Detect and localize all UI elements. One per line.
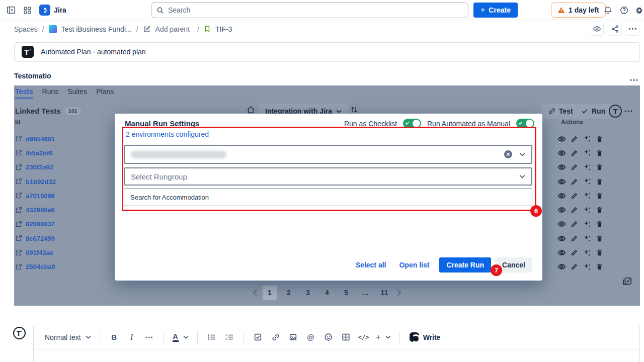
- task-list-button[interactable]: [253, 331, 264, 344]
- ai-sparkles-icon[interactable]: [583, 220, 591, 228]
- run-button[interactable]: Run: [575, 104, 611, 119]
- breadcrumb-project[interactable]: Test iBusiness Fundi...: [61, 25, 132, 33]
- open-list-link[interactable]: Open list: [399, 261, 429, 269]
- environment-select[interactable]: [124, 145, 532, 164]
- breadcrumb-spaces[interactable]: Spaces: [14, 25, 38, 33]
- view-eye-icon[interactable]: [557, 206, 566, 214]
- delete-trash-icon[interactable]: [595, 248, 604, 257]
- bold-button[interactable]: B: [109, 331, 120, 344]
- more-actions-icon[interactable]: ⋯: [626, 22, 640, 36]
- clear-selection-icon[interactable]: [504, 150, 512, 158]
- edit-pencil-icon[interactable]: [570, 177, 579, 186]
- numbered-list-button[interactable]: 12: [224, 331, 235, 344]
- edit-pencil-icon[interactable]: [570, 220, 579, 228]
- breadcrumb-add-parent[interactable]: Add parent: [155, 25, 190, 33]
- view-eye-icon[interactable]: [557, 220, 566, 228]
- test-id-link[interactable]: fb5a2bf6: [15, 149, 52, 157]
- text-color-dropdown[interactable]: A: [173, 333, 189, 342]
- delete-trash-icon[interactable]: [595, 262, 604, 271]
- ai-write-button[interactable]: Write: [410, 332, 441, 342]
- home-icon[interactable]: [247, 106, 255, 114]
- emoji-button[interactable]: [323, 331, 334, 344]
- view-eye-icon[interactable]: [557, 177, 566, 186]
- environments-configured-link[interactable]: 2 environments configured: [126, 130, 209, 138]
- edit-pencil-icon[interactable]: [570, 206, 579, 214]
- ai-sparkles-icon[interactable]: [583, 206, 591, 214]
- text-format-more-button[interactable]: ⋯: [144, 331, 155, 344]
- view-eye-icon[interactable]: [557, 149, 566, 157]
- page-button[interactable]: 4: [320, 286, 334, 300]
- delete-trash-icon[interactable]: [595, 135, 604, 143]
- test-id-link[interactable]: 82080837: [15, 220, 55, 228]
- page-button[interactable]: 1: [263, 286, 277, 300]
- app-switcher-icon[interactable]: [20, 3, 34, 17]
- page-button[interactable]: 11: [377, 286, 391, 300]
- ai-sparkles-icon[interactable]: [583, 192, 591, 200]
- view-eye-icon[interactable]: [557, 192, 566, 200]
- help-icon[interactable]: [617, 3, 631, 17]
- edit-pencil-icon[interactable]: [570, 192, 579, 200]
- insert-link-button[interactable]: [270, 331, 281, 344]
- trial-countdown-badge[interactable]: 1 day left: [551, 3, 606, 18]
- edit-pencil-icon[interactable]: [570, 135, 579, 143]
- global-search[interactable]: [151, 2, 468, 18]
- tab-tests[interactable]: Tests: [15, 87, 33, 99]
- page-button[interactable]: 3: [301, 286, 315, 300]
- view-eye-icon[interactable]: [557, 262, 566, 271]
- next-page-icon[interactable]: [396, 289, 401, 296]
- text-style-dropdown[interactable]: Normal text: [45, 333, 91, 341]
- delete-trash-icon[interactable]: [595, 206, 604, 214]
- breadcrumb-issue-key[interactable]: TIF-3: [215, 25, 232, 33]
- page-button[interactable]: 2: [282, 286, 296, 300]
- italic-button[interactable]: I: [126, 331, 137, 344]
- test-id-link[interactable]: 2504cba9: [15, 263, 55, 270]
- run-automated-as-manual-toggle[interactable]: [516, 119, 534, 128]
- editor-content-area[interactable]: [34, 349, 639, 362]
- delete-trash-icon[interactable]: [595, 192, 604, 200]
- ai-sparkles-icon[interactable]: [583, 163, 591, 171]
- ai-sparkles-icon[interactable]: [583, 149, 591, 157]
- test-id-link[interactable]: d9854681: [15, 135, 55, 143]
- edit-pencil-icon[interactable]: [570, 163, 579, 171]
- delete-trash-icon[interactable]: [595, 177, 604, 186]
- notifications-icon[interactable]: [601, 3, 615, 17]
- insert-table-button[interactable]: [341, 331, 352, 344]
- test-id-link[interactable]: b1b92d32: [15, 178, 56, 186]
- testomatio-logo-icon[interactable]: T: [609, 105, 622, 118]
- ai-sparkles-icon[interactable]: [583, 234, 591, 243]
- tab-suites[interactable]: Suites: [67, 87, 87, 99]
- bullet-list-button[interactable]: [206, 331, 217, 344]
- test-search-field[interactable]: [124, 188, 532, 206]
- automated-plan-card[interactable]: T▪ Automated Plan - automated plan: [14, 42, 640, 61]
- delete-trash-icon[interactable]: [595, 163, 604, 171]
- edit-pencil-icon[interactable]: [570, 248, 579, 257]
- insert-image-button[interactable]: [288, 331, 299, 344]
- settings-gear-icon[interactable]: [632, 3, 644, 17]
- widget-toolbar-more-icon[interactable]: ⋯: [624, 106, 633, 117]
- bulk-select-icon[interactable]: [622, 277, 632, 286]
- view-eye-icon[interactable]: [557, 163, 566, 171]
- run-as-checklist-toggle[interactable]: [403, 119, 421, 128]
- delete-trash-icon[interactable]: [595, 220, 604, 228]
- view-eye-icon[interactable]: [557, 234, 566, 243]
- page-button[interactable]: 5: [339, 286, 353, 300]
- insert-more-dropdown[interactable]: +: [376, 332, 391, 342]
- edit-pencil-icon[interactable]: [570, 262, 579, 271]
- create-run-button[interactable]: Create Run: [439, 257, 491, 273]
- prev-page-icon[interactable]: [253, 289, 258, 296]
- sidebar-toggle-icon[interactable]: [4, 3, 18, 17]
- create-button[interactable]: + Create: [473, 3, 518, 18]
- ai-sparkles-icon[interactable]: [583, 177, 591, 186]
- edit-pencil-icon[interactable]: [570, 149, 579, 157]
- test-id-link[interactable]: a7015096: [15, 192, 55, 200]
- tab-plans[interactable]: Plans: [96, 87, 114, 99]
- link-test-button[interactable]: Test: [542, 104, 579, 119]
- test-search-input[interactable]: [130, 194, 526, 201]
- ai-sparkles-icon[interactable]: [583, 135, 591, 143]
- delete-trash-icon[interactable]: [595, 149, 604, 157]
- tab-runs[interactable]: Runs: [42, 87, 59, 99]
- widget-more-icon[interactable]: ⋯: [629, 74, 639, 85]
- mention-button[interactable]: @: [305, 331, 316, 344]
- ai-sparkles-icon[interactable]: [583, 262, 591, 271]
- test-id-link[interactable]: 432680a6: [15, 206, 55, 214]
